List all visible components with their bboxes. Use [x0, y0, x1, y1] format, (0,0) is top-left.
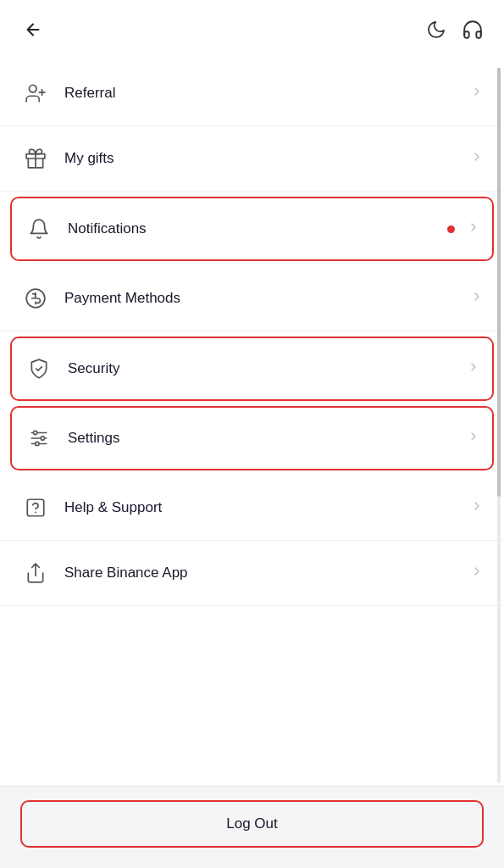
- menu-item-notifications-wrapper: Notifications: [10, 197, 494, 261]
- help-support-chevron: [470, 499, 484, 516]
- help-support-label: Help & Support: [64, 499, 467, 516]
- share-icon: [20, 558, 51, 588]
- svg-point-9: [41, 437, 44, 440]
- gift-icon: [20, 143, 51, 174]
- menu-item-settings[interactable]: Settings: [12, 408, 492, 469]
- svg-rect-12: [27, 499, 44, 516]
- menu-list: Referral My gifts: [0, 61, 504, 606]
- my-gifts-chevron: [470, 150, 484, 167]
- referral-label: Referral: [64, 85, 467, 102]
- svg-point-7: [34, 431, 37, 434]
- menu-item-my-gifts[interactable]: My gifts: [0, 126, 504, 192]
- menu-item-security-wrapper: Security: [10, 337, 494, 401]
- payment-icon: [20, 283, 51, 314]
- svg-point-11: [36, 442, 39, 445]
- help-icon: [20, 492, 51, 523]
- bell-icon: [24, 214, 54, 244]
- payment-methods-label: Payment Methods: [64, 290, 467, 307]
- menu-item-notifications[interactable]: Notifications: [12, 198, 492, 259]
- security-chevron: [467, 360, 480, 377]
- menu-item-settings-wrapper: Settings: [10, 406, 494, 470]
- night-mode-icon[interactable]: [426, 19, 446, 45]
- referral-chevron: [470, 85, 484, 102]
- menu-item-payment-methods[interactable]: Payment Methods: [0, 266, 504, 331]
- security-label: Security: [68, 360, 463, 377]
- header: [0, 0, 504, 61]
- shield-icon: [24, 353, 54, 384]
- menu-item-security[interactable]: Security: [12, 338, 492, 399]
- notifications-label: Notifications: [68, 220, 447, 237]
- payment-methods-chevron: [470, 290, 484, 307]
- share-binance-label: Share Binance App: [64, 565, 467, 581]
- my-gifts-label: My gifts: [64, 150, 467, 167]
- footer: Log Out: [0, 786, 504, 868]
- scroll-track: [497, 68, 501, 783]
- svg-point-0: [29, 85, 36, 92]
- back-button[interactable]: [20, 17, 46, 47]
- menu-item-share-binance[interactable]: Share Binance App: [0, 541, 504, 606]
- share-binance-chevron: [470, 565, 484, 581]
- logout-button[interactable]: Log Out: [20, 800, 484, 848]
- notification-dot: [447, 225, 455, 233]
- header-right-icons: [426, 19, 484, 46]
- menu-item-help-support[interactable]: Help & Support: [0, 476, 504, 541]
- settings-chevron: [467, 430, 480, 447]
- support-icon[interactable]: [462, 19, 484, 46]
- settings-label: Settings: [68, 430, 463, 447]
- menu-item-referral[interactable]: Referral: [0, 61, 504, 126]
- settings-icon: [24, 423, 54, 453]
- scroll-thumb[interactable]: [497, 68, 501, 497]
- notifications-chevron: [467, 220, 480, 237]
- referral-icon: [20, 78, 51, 108]
